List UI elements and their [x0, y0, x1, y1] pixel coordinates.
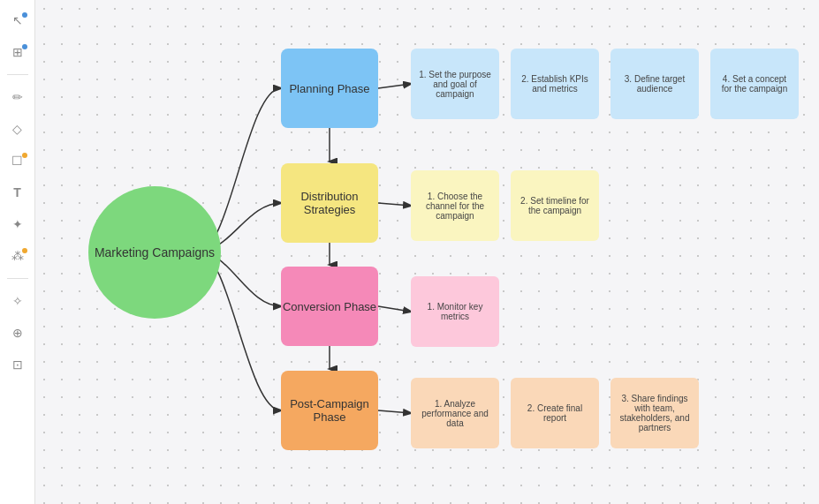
connect-icon[interactable]: ⁂: [8, 246, 27, 266]
note-icon[interactable]: ☐: [8, 151, 27, 170]
card-c1-text: 1. Monitor key metrics: [418, 302, 492, 321]
card-post1-text: 1. Analyze performance and data: [418, 399, 492, 428]
card-p4-text: 4. Set a concept for the campaign: [717, 74, 792, 94]
card-p2[interactable]: 2. Establish KPIs and metrics: [511, 49, 599, 119]
phase-planning[interactable]: Planning Phase: [281, 49, 378, 128]
canvas: ↖ ⊞ ✏ ◇ ☐ T ✦ ⁂ ✧ ⊕ ⊡: [0, 0, 819, 504]
phase-planning-label: Planning Phase: [289, 82, 369, 95]
card-p4[interactable]: 4. Set a concept for the campaign: [710, 49, 799, 119]
card-post3-text: 3. Share findings with team, stakeholder…: [618, 394, 692, 433]
phase-conversion-label: Conversion Phase: [283, 300, 376, 313]
phase-distribution-label: Distribution Strategies: [281, 190, 378, 216]
phase-distribution[interactable]: Distribution Strategies: [281, 163, 378, 243]
card-post2-text: 2. Create final report: [518, 403, 592, 423]
phase-postcampaign-label: Post-Campaign Phase: [281, 397, 378, 424]
pen-icon[interactable]: ✏: [8, 87, 27, 107]
card-p3[interactable]: 3. Define target audience: [610, 49, 699, 119]
card-d2[interactable]: 2. Set timeline for the campaign: [511, 170, 599, 241]
card-p1-text: 1. Set the purpose and goal of campaign: [418, 70, 492, 99]
card-post2[interactable]: 2. Create final report: [511, 378, 599, 448]
divider: [7, 74, 28, 75]
card-p3-text: 3. Define target audience: [618, 74, 692, 94]
layers-icon[interactable]: ⊞: [8, 42, 27, 62]
center-label: Marketing Campaigns: [95, 245, 215, 260]
cursor-icon[interactable]: ↖: [8, 11, 27, 30]
phase-conversion[interactable]: Conversion Phase: [281, 267, 378, 346]
card-p1[interactable]: 1. Set the purpose and goal of campaign: [411, 49, 499, 119]
mindmap: Marketing Campaigns Planning Phase Distr…: [35, 0, 819, 504]
center-node[interactable]: Marketing Campaigns: [88, 186, 221, 319]
image-icon[interactable]: ⊡: [8, 355, 27, 374]
card-d1-text: 1. Choose the channel for the campaign: [418, 192, 492, 221]
card-d1[interactable]: 1. Choose the channel for the campaign: [411, 170, 499, 241]
card-post1[interactable]: 1. Analyze performance and data: [411, 378, 499, 448]
phase-postcampaign[interactable]: Post-Campaign Phase: [281, 371, 378, 450]
card-d2-text: 2. Set timeline for the campaign: [518, 196, 592, 215]
card-post3[interactable]: 3. Share findings with team, stakeholder…: [610, 378, 699, 448]
star-icon[interactable]: ✦: [8, 214, 27, 234]
plugin-icon[interactable]: ✧: [8, 291, 27, 311]
shape-icon[interactable]: ◇: [8, 119, 27, 139]
card-c1[interactable]: 1. Monitor key metrics: [411, 276, 499, 347]
text-icon[interactable]: T: [8, 183, 27, 202]
card-p2-text: 2. Establish KPIs and metrics: [518, 74, 592, 94]
globe-icon[interactable]: ⊕: [8, 323, 27, 342]
sidebar: ↖ ⊞ ✏ ◇ ☐ T ✦ ⁂ ✧ ⊕ ⊡: [0, 0, 35, 504]
divider2: [7, 278, 28, 279]
